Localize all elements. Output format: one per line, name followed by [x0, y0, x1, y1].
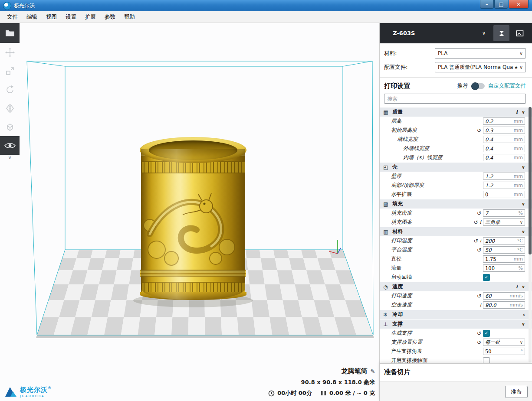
setting-input[interactable]: 50° — [483, 348, 525, 355]
setting-value: 三角形 — [485, 219, 500, 225]
custom-profile-link[interactable]: 自定义配置文件 — [488, 82, 526, 90]
settings-category-header[interactable]: ❄冷却‹ — [380, 310, 532, 319]
setting-value: 100 — [485, 265, 495, 271]
setting-checkbox[interactable] — [483, 357, 490, 364]
setting-row: 打印温度↺i200°C — [380, 236, 532, 245]
settings-category-header[interactable]: ◰壳∨ — [380, 163, 532, 172]
menu-item[interactable]: 编辑 — [22, 12, 42, 23]
minimize-button[interactable]: – — [480, 0, 494, 9]
settings-category-header[interactable]: ⊥支撑∨ — [380, 319, 532, 329]
setting-input[interactable]: 60mm/s — [483, 292, 525, 300]
setting-label: 外墙线宽度 — [403, 145, 429, 152]
setting-input[interactable]: 1.2mm — [483, 173, 525, 180]
model-dragon-pen-holder[interactable] — [140, 137, 246, 300]
setting-input[interactable]: 0.4mm — [483, 136, 525, 143]
setting-input[interactable]: 0.4mm — [483, 154, 525, 161]
settings-search-input[interactable] — [384, 94, 526, 104]
menu-item[interactable]: 文件 — [3, 12, 22, 23]
menu-item[interactable]: 视图 — [42, 12, 61, 23]
setting-input[interactable]: 100% — [483, 264, 525, 272]
setting-label: 墙线宽度 — [397, 136, 418, 143]
cooling-icon: ❄ — [383, 312, 390, 318]
setting-select[interactable]: 每一处∨ — [483, 339, 525, 346]
viewport-3d[interactable]: ∨ — [0, 23, 379, 401]
reset-icon[interactable]: ↺ — [477, 339, 481, 346]
per-model-settings-icon — [5, 122, 15, 132]
setting-row: 层高0.2mm — [380, 117, 532, 126]
close-button[interactable]: × — [509, 0, 529, 9]
setting-value: 0.4 — [485, 155, 493, 161]
setting-checkbox[interactable]: ✓ — [483, 274, 490, 281]
settings-category-header[interactable]: ▦质量i∨ — [380, 108, 532, 117]
reset-icon[interactable]: ↺ — [477, 330, 481, 336]
setting-select[interactable]: 三角形∨ — [483, 218, 525, 226]
chevron-left-icon[interactable]: ‹ — [523, 313, 525, 317]
material-select[interactable]: PLA ∨ — [435, 48, 526, 59]
setting-input[interactable]: 7% — [483, 209, 525, 217]
reset-icon[interactable]: ↺ — [473, 219, 478, 225]
model-dimensions: 90.8 x 90.8 x 118.0 毫米 — [301, 378, 375, 386]
setting-input[interactable]: 0mm — [483, 191, 525, 198]
scrollbar-thumb[interactable] — [529, 107, 532, 254]
setting-label: 打印温度 — [391, 237, 412, 245]
setting-input[interactable]: 1.2mm — [483, 182, 525, 189]
menu-item[interactable]: 扩展 — [81, 12, 100, 23]
setting-input[interactable]: 200°C — [483, 237, 525, 245]
main-area: ∨ — [0, 23, 532, 401]
reset-icon[interactable]: ↺ — [477, 247, 481, 253]
settings-category-header[interactable]: ▨填充∨ — [380, 199, 532, 209]
setting-row: 墙线宽度0.4mm — [380, 135, 532, 144]
prepare-stage-button[interactable] — [493, 25, 509, 41]
chevron-down-icon[interactable]: ∨ — [522, 229, 525, 234]
profile-value: PLA 普通质量(PLA Norma Qua — [438, 64, 513, 71]
chevron-down-icon[interactable]: ∨ — [522, 202, 525, 206]
rotate-tool-icon — [5, 85, 15, 95]
per-model-settings-button[interactable] — [0, 117, 20, 136]
printer-selector[interactable]: Z-603S ∨ — [380, 23, 493, 43]
menu-item[interactable]: 参数 — [100, 12, 120, 23]
prepare-button[interactable]: 准备 — [505, 386, 528, 398]
chevron-down-icon[interactable]: ∨ — [522, 322, 525, 326]
chevron-down-icon[interactable]: ∨ — [522, 284, 525, 289]
reset-icon[interactable]: ↺ — [477, 210, 481, 216]
rename-model-icon[interactable]: ✎ — [370, 368, 375, 375]
view-mode-button[interactable] — [0, 136, 20, 155]
setting-input[interactable]: 90.0mm/s — [483, 301, 525, 309]
setting-checkbox[interactable]: ✓ — [483, 330, 490, 337]
reset-icon[interactable]: ↺ — [477, 127, 481, 134]
scale-tool-button[interactable] — [0, 62, 20, 80]
reset-icon[interactable]: ↺ — [477, 293, 481, 299]
reset-icon[interactable]: ↺ — [473, 238, 478, 244]
menu-item[interactable]: 帮助 — [120, 12, 139, 23]
chevron-down-icon[interactable]: ∨ — [522, 165, 525, 170]
profile-select[interactable]: PLA 普通质量(PLA Norma Qua ★ ∨ — [435, 62, 526, 72]
setting-input[interactable]: 0.4mm — [483, 145, 525, 152]
support-icon: ⊥ — [383, 321, 390, 327]
setting-unit: °C — [517, 247, 523, 253]
setting-input[interactable]: 50°C — [483, 246, 525, 254]
setting-control: 0mm — [483, 191, 525, 198]
menu-item[interactable]: 设置 — [61, 12, 81, 23]
setting-row: 底部/顶部厚度1.2mm — [380, 181, 532, 190]
recommended-custom-toggle[interactable] — [472, 83, 485, 89]
settings-category-header[interactable]: ◔速度i∨ — [380, 282, 532, 291]
open-file-button[interactable] — [0, 23, 20, 43]
move-tool-button[interactable] — [0, 43, 20, 62]
view-mode-chevron-down-icon[interactable]: ∨ — [0, 155, 20, 161]
preview-stage-button[interactable] — [512, 25, 528, 41]
toggle-knob — [471, 82, 479, 90]
setting-input[interactable]: 1.75mm — [483, 255, 525, 263]
setting-row: 壁厚1.2mm — [380, 172, 532, 181]
chevron-down-icon: ∨ — [519, 65, 523, 70]
chevron-down-icon: ∨ — [520, 220, 523, 225]
setting-input[interactable]: 0.3mm — [483, 127, 525, 134]
model-info: 龙腾笔筒 ✎ 90.8 x 90.8 x 118.0 毫米 00小时 00分 0… — [268, 367, 375, 397]
mirror-tool-button[interactable] — [0, 99, 20, 117]
setting-row: 初始层高度↺0.3mm — [380, 126, 532, 135]
setting-control: i90.0mm/s — [479, 301, 525, 309]
settings-category-header[interactable]: ▥材料∨ — [380, 227, 532, 236]
chevron-down-icon[interactable]: ∨ — [522, 110, 525, 114]
maximize-button[interactable]: □ — [494, 0, 508, 9]
setting-input[interactable]: 0.2mm — [483, 117, 525, 125]
rotate-tool-button[interactable] — [0, 80, 20, 99]
